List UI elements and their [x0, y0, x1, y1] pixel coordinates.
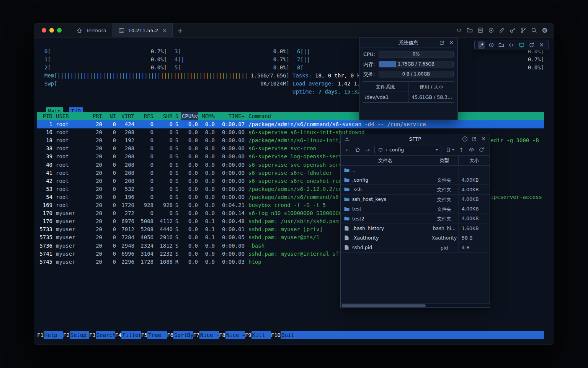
cpu-meter-0: 0[0.7%]	[44, 48, 167, 56]
monitor-icon[interactable]	[518, 41, 525, 49]
record-icon[interactable]	[487, 26, 495, 34]
folder-icon[interactable]	[498, 41, 505, 49]
column-mem[interactable]: MEM%	[198, 112, 215, 120]
close-icon[interactable]: ×	[448, 40, 454, 46]
back-icon[interactable]: ←	[345, 147, 351, 153]
function-key-button[interactable]: F3 Search	[89, 331, 115, 339]
open-in-window-icon[interactable]	[439, 40, 445, 46]
file-type-icon	[344, 245, 350, 250]
code-icon[interactable]	[508, 41, 515, 49]
tab-termora-home[interactable]: Termora	[70, 23, 112, 37]
sftp-file-row[interactable]: .Xauthority Xauthority 58 B	[341, 233, 490, 243]
function-key-button[interactable]: F7 Nice -	[193, 331, 219, 339]
sftp-file-row[interactable]: .ssh 文件夹 4.00KB	[341, 185, 490, 194]
folder-icon[interactable]	[466, 26, 474, 34]
show-hidden-eye-icon[interactable]	[468, 147, 474, 153]
column-filename[interactable]: 文件名	[341, 156, 430, 165]
log-book-icon[interactable]	[476, 26, 484, 34]
open-in-window-icon[interactable]	[471, 136, 477, 142]
refresh-icon[interactable]	[478, 147, 484, 153]
column-pri[interactable]: PRI	[87, 112, 102, 120]
function-key-button[interactable]: F10 Quit	[271, 331, 300, 339]
help-icon[interactable]: ?	[462, 136, 467, 141]
new-tab-button[interactable]: +	[173, 23, 188, 37]
file-type-icon	[344, 235, 350, 240]
cpu-meter-5: 5[0.0%]	[175, 64, 289, 72]
file-type-icon	[344, 207, 350, 211]
function-key-button[interactable]: F5 Tree	[141, 331, 167, 339]
file-type-icon	[344, 226, 350, 231]
column-time[interactable]: TIME+	[215, 112, 245, 120]
sftp-file-row[interactable]: sshd.pid pid 4 B	[341, 243, 490, 253]
home-icon[interactable]	[354, 147, 361, 153]
close-icon[interactable]: ×	[538, 41, 545, 49]
chevron-down-icon[interactable]	[435, 149, 438, 151]
swap-usage-row: 交换: 0 B / 1.00GB	[363, 71, 454, 77]
function-key-button[interactable]: F8 Nice +	[219, 331, 245, 339]
column-user[interactable]: USER	[52, 112, 87, 120]
path-separator: ›	[385, 147, 387, 153]
process-row[interactable]: 1 root 20 0 424 0 0 S 0.0 0.0 0:00.07 /p…	[37, 120, 544, 128]
path-breadcrumb[interactable]: › config	[374, 146, 441, 154]
sftp-titlebar: SFTP ? ×	[341, 134, 490, 144]
system-info-titlebar: 系统信息 ×	[359, 38, 457, 48]
sftp-file-row[interactable]: test 文件夹 4.00KB	[341, 204, 490, 214]
cpu-usage-row: CPU: 0%	[363, 51, 454, 58]
search-icon[interactable]	[530, 26, 538, 34]
horizontal-scrollbar[interactable]	[341, 303, 490, 307]
column-shr[interactable]: SHR	[154, 112, 173, 120]
column-size[interactable]: 大小	[459, 156, 490, 165]
function-key-button[interactable]: F6 SortBy	[167, 331, 193, 339]
pin-icon[interactable]	[478, 41, 485, 49]
tab-close-icon[interactable]: ×	[162, 27, 167, 33]
tab-ssh-session[interactable]: 10.211.55.2 ×	[112, 23, 173, 37]
sftp-file-row[interactable]: ..	[341, 166, 490, 175]
column-ni[interactable]: NI	[102, 112, 116, 120]
tab-label: 10.211.55.2	[128, 28, 158, 33]
upload-icon[interactable]: ↑	[458, 147, 464, 153]
function-key-button[interactable]: F4 Filter	[115, 331, 141, 339]
branch-icon[interactable]	[519, 26, 527, 34]
refresh-icon[interactable]	[528, 41, 535, 49]
column-cpu-sort[interactable]: CPU%▽	[181, 112, 198, 120]
path-segment[interactable]: config	[389, 147, 404, 153]
function-key-button[interactable]: F2 Setup	[63, 331, 89, 339]
column-virt[interactable]: VIRT	[116, 112, 134, 120]
computer-icon	[377, 147, 384, 153]
cpu-meter-1: 1[0.0%]	[44, 56, 167, 64]
sftp-file-row[interactable]: .bash_history bash_hi... 1.60KB	[341, 223, 490, 233]
minimize-button[interactable]	[49, 28, 54, 33]
file-type-icon	[344, 187, 350, 192]
sftp-file-row[interactable]: .config 文件夹 4.00KB	[341, 175, 490, 185]
column-type[interactable]: 类型	[430, 156, 459, 165]
cpu-meter-2: 2[0.0%]	[44, 64, 167, 72]
filesystem-row: /dev/vda1 45.61GB / 58.3...	[363, 92, 454, 102]
window-tab-bar: Termora 10.211.55.2 × +	[34, 23, 554, 38]
column-res[interactable]: RES	[134, 112, 154, 120]
settings-gear-icon[interactable]	[541, 26, 549, 34]
filesystem-table-header: 文件系统 使用 / 大小	[363, 82, 454, 92]
forward-icon[interactable]: →	[364, 147, 371, 153]
cpu-meter-3: 3[0.0%]	[175, 48, 289, 56]
bookmarks-button[interactable]	[445, 147, 454, 153]
code-icon[interactable]	[455, 26, 463, 34]
maximize-button[interactable]	[57, 28, 62, 33]
key-icon[interactable]	[508, 26, 516, 34]
memory-meter: Mem[||||||||||||||||||||||||||||||||||||…	[44, 72, 289, 80]
sftp-file-row[interactable]: ssh_host_keys 文件夹 4.00KB	[341, 195, 490, 204]
function-key-button[interactable]: F1 Help	[37, 331, 63, 339]
edit-icon[interactable]	[498, 26, 506, 34]
function-key-button[interactable]: F9 Kill	[245, 331, 271, 339]
info-icon[interactable]	[488, 41, 495, 49]
chevron-down-icon	[452, 149, 454, 151]
scrollbar-thumb[interactable]	[341, 304, 426, 307]
close-button[interactable]	[42, 28, 46, 33]
htop-function-bar: F1 Help F2 Setup F3 Search F4 Filter F5 …	[37, 331, 544, 339]
termora-window: Termora 10.211.55.2 × + 0[0.7%] 1[0.0%] …	[34, 23, 554, 345]
column-pid[interactable]: PID	[37, 112, 52, 120]
traffic-lights	[34, 23, 70, 37]
close-icon[interactable]: ×	[480, 136, 487, 142]
file-type-icon	[344, 168, 350, 172]
column-state[interactable]: S	[173, 112, 181, 120]
sftp-file-row[interactable]: test2 文件夹 4.00KB	[341, 214, 490, 223]
